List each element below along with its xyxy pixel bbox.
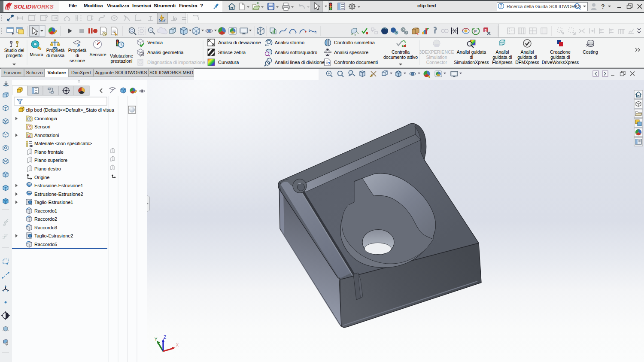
svg-text:X: X — [176, 343, 179, 347]
svg-text:Analisi guidata: Analisi guidata — [457, 49, 486, 55]
svg-text:guidata di: guidata di — [550, 55, 570, 60]
svg-text:?: ? — [328, 61, 330, 66]
svg-text:Proprietà: Proprietà — [68, 48, 87, 53]
svg-text:Controllo simmetria: Controllo simmetria — [334, 40, 375, 45]
svg-text:progetto: progetto — [6, 53, 23, 58]
svg-text:Simulation: Simulation — [426, 55, 447, 60]
svg-text:prestazioni: prestazioni — [111, 58, 133, 64]
svg-text:Analisi linea di divisione: Analisi linea di divisione — [275, 60, 325, 65]
svg-text:WORKS: WORKS — [31, 3, 54, 10]
svg-text:DFMXpress: DFMXpress — [515, 60, 539, 65]
svg-text:?: ? — [500, 4, 502, 9]
svg-text:Y: Y — [155, 337, 158, 342]
svg-text:Valutazione: Valutazione — [110, 53, 133, 58]
svg-text:Analisi: Analisi — [521, 49, 534, 55]
svg-text:P: P — [474, 29, 477, 33]
svg-text:?: ? — [601, 3, 605, 10]
svg-text:Analisi spessore: Analisi spessore — [334, 50, 368, 55]
svg-text:SimulationXpress: SimulationXpress — [454, 60, 489, 65]
svg-text:A: A — [28, 134, 30, 138]
svg-text:Verifica: Verifica — [147, 40, 163, 45]
svg-text:Connector: Connector — [426, 60, 447, 65]
svg-text:Analisi sformo: Analisi sformo — [275, 40, 304, 45]
svg-text:Controlla: Controlla — [392, 49, 410, 55]
svg-text:Costing: Costing — [583, 49, 598, 55]
svg-text:documento attivo: documento attivo — [383, 55, 418, 60]
svg-text:SOLID: SOLID — [14, 3, 32, 10]
svg-text:Analisi: Analisi — [496, 49, 509, 55]
svg-text:Diagnostica di importazione: Diagnostica di importazione — [147, 60, 205, 65]
svg-text:guidata di: guidata di — [492, 55, 512, 60]
svg-text:S: S — [484, 28, 487, 33]
svg-text:FloXpress: FloXpress — [492, 60, 512, 65]
svg-text:Creazione: Creazione — [550, 49, 571, 55]
svg-text:di: di — [76, 53, 79, 58]
svg-text:guidata di: guidata di — [517, 55, 537, 60]
svg-text:Confronto documenti: Confronto documenti — [334, 60, 378, 65]
svg-text:di massa: di massa — [46, 53, 64, 58]
svg-text:Analisi sottosquadro: Analisi sottosquadro — [275, 50, 317, 55]
svg-text:Sensore: Sensore — [89, 52, 106, 57]
svg-text:sezione: sezione — [70, 58, 85, 63]
svg-text:DriveWorksXpress: DriveWorksXpress — [542, 60, 579, 65]
svg-text:3DEXPERIENCE: 3DEXPERIENCE — [419, 49, 454, 55]
svg-text:Z: Z — [164, 335, 166, 340]
svg-text:Strisce zebra: Strisce zebra — [218, 50, 246, 55]
svg-text:Curvatura: Curvatura — [218, 60, 239, 65]
svg-text:Analisi di deviazione: Analisi di deviazione — [218, 40, 261, 45]
svg-text:Studio del: Studio del — [4, 48, 24, 53]
svg-text:di: di — [470, 55, 473, 60]
svg-text:Proprietà: Proprietà — [46, 48, 65, 53]
svg-text:Misura: Misura — [30, 52, 43, 57]
svg-text:Analisi geometria: Analisi geometria — [147, 50, 184, 55]
